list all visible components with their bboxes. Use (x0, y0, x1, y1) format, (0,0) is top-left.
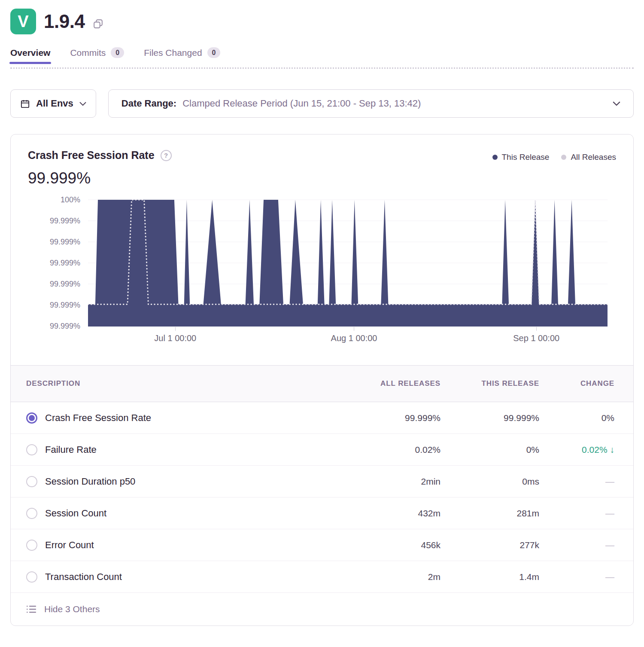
tab-label: Files Changed (144, 48, 202, 58)
metric-label: Transaction Count (45, 571, 122, 583)
metric-label: Error Count (45, 540, 94, 551)
date-range-label: Date Range: (122, 98, 176, 109)
chart-title: Crash Free Session Rate (28, 149, 155, 162)
this-release-value: 281m (440, 508, 539, 519)
table-row[interactable]: Session Count432m281m— (11, 497, 633, 529)
table-row[interactable]: Error Count456k277k— (11, 529, 633, 561)
all-releases-value: 99.999% (337, 413, 440, 423)
y-axis-label: 99.999% (50, 280, 80, 289)
legend-item[interactable]: All Releases (561, 153, 616, 162)
all-releases-value: 2min (337, 476, 440, 487)
crash-free-rate-value: 99.999% (28, 169, 172, 187)
metric-radio[interactable] (26, 444, 37, 455)
this-release-value: 1.4m (440, 572, 539, 582)
y-axis-label: 100% (61, 195, 80, 204)
all-releases-value: 456k (337, 540, 440, 550)
column-header-all-releases: ALL RELEASES (337, 379, 440, 388)
hide-others-button[interactable]: Hide 3 Others (11, 593, 633, 626)
table-header: DESCRIPTIONALL RELEASESTHIS RELEASECHANG… (11, 365, 633, 402)
release-detail-page: V 1.9.4 OverviewCommits0Files Changed0 A… (0, 0, 644, 626)
change-value: 0% (539, 413, 614, 423)
y-axis-label: 99.999% (50, 259, 80, 268)
copy-icon (92, 18, 104, 30)
project-avatar-icon: V (10, 9, 36, 34)
chart-x-axis: Jul 1 00:00Aug 1 00:00Sep 1 00:00 (88, 327, 608, 351)
metric-radio[interactable] (26, 476, 37, 487)
environment-filter-label: All Envs (36, 98, 73, 109)
legend-dot-icon (492, 155, 498, 160)
date-range-dropdown[interactable]: Date Range: Clamped Release Period (Jun … (108, 89, 634, 118)
legend-label: All Releases (571, 153, 616, 162)
date-range-value: Clamped Release Period (Jun 15, 21:00 - … (182, 98, 421, 109)
all-releases-value: 0.02% (337, 445, 440, 455)
this-release-value: 0ms (440, 476, 539, 487)
crash-free-session-chart (88, 199, 608, 327)
table-row[interactable]: Failure Rate0.02%0%0.02% ↓ (11, 434, 633, 466)
legend-label: This Release (502, 153, 550, 162)
x-axis-label: Jul 1 00:00 (154, 333, 196, 343)
hide-others-label: Hide 3 Others (44, 604, 100, 614)
chart-header: Crash Free Session Rate ? 99.999% This R… (11, 134, 633, 187)
column-header-this-release: THIS RELEASE (440, 379, 539, 388)
chart-plot-area (88, 199, 608, 327)
filter-bar: All Envs Date Range: Clamped Release Per… (10, 89, 634, 118)
y-axis-label: 99.999% (50, 301, 80, 310)
y-axis-label: 99.999% (50, 238, 80, 247)
calendar-icon (20, 99, 30, 109)
tab-count-badge: 0 (207, 47, 221, 58)
chart-y-axis: 100%99.999%99.999%99.999%99.999%99.999%9… (15, 199, 88, 327)
copy-version-button[interactable] (92, 18, 104, 30)
tab-label: Overview (10, 48, 50, 58)
metric-label: Crash Free Session Rate (45, 412, 151, 424)
tab-overview[interactable]: Overview (10, 47, 50, 67)
column-header-description: DESCRIPTION (26, 379, 337, 388)
metrics-rows: Crash Free Session Rate99.999%99.999%0%F… (11, 402, 633, 593)
x-axis-label: Sep 1 00:00 (513, 333, 559, 343)
tab-files-changed[interactable]: Files Changed0 (144, 47, 220, 67)
metric-label: Session Duration p50 (45, 476, 135, 487)
change-value: — (539, 476, 614, 487)
change-value: — (539, 540, 614, 550)
this-release-value: 0% (440, 445, 539, 455)
chart-legend: This ReleaseAll Releases (492, 149, 617, 162)
metric-radio[interactable] (26, 412, 37, 424)
chevron-down-icon (79, 102, 86, 106)
legend-dot-icon (561, 155, 566, 160)
metric-radio[interactable] (26, 508, 37, 519)
chevron-down-icon (613, 101, 620, 106)
all-releases-value: 2m (337, 572, 440, 582)
this-release-value: 99.999% (440, 413, 539, 423)
table-row[interactable]: Crash Free Session Rate99.999%99.999%0% (11, 402, 633, 434)
change-value: 0.02% ↓ (539, 445, 614, 455)
metric-label: Failure Rate (45, 444, 97, 455)
metric-radio[interactable] (26, 540, 37, 551)
y-axis-label: 99.999% (50, 322, 80, 331)
metric-label: Session Count (45, 508, 106, 519)
x-axis-label: Aug 1 00:00 (331, 333, 377, 343)
release-version-title: 1.9.4 (44, 11, 85, 32)
change-value: — (539, 508, 614, 519)
tab-commits[interactable]: Commits0 (70, 47, 124, 67)
change-value: — (539, 572, 614, 582)
crash-free-card: Crash Free Session Rate ? 99.999% This R… (10, 134, 634, 626)
table-row[interactable]: Session Duration p502min0ms— (11, 466, 633, 497)
release-header: V 1.9.4 (10, 0, 634, 34)
help-icon[interactable]: ? (161, 150, 172, 161)
column-header-change: CHANGE (539, 379, 614, 388)
environment-filter-button[interactable]: All Envs (10, 89, 96, 118)
all-releases-value: 432m (337, 508, 440, 519)
chart: 100%99.999%99.999%99.999%99.999%99.999%9… (11, 187, 633, 351)
metric-radio[interactable] (26, 571, 37, 583)
y-axis-label: 99.999% (50, 217, 80, 226)
table-row[interactable]: Transaction Count2m1.4m— (11, 561, 633, 593)
tab-bar: OverviewCommits0Files Changed0 (10, 47, 634, 69)
this-release-value: 277k (440, 540, 539, 550)
list-icon (26, 605, 36, 613)
tab-count-badge: 0 (111, 47, 124, 58)
tab-label: Commits (70, 48, 106, 58)
legend-item[interactable]: This Release (492, 153, 550, 162)
